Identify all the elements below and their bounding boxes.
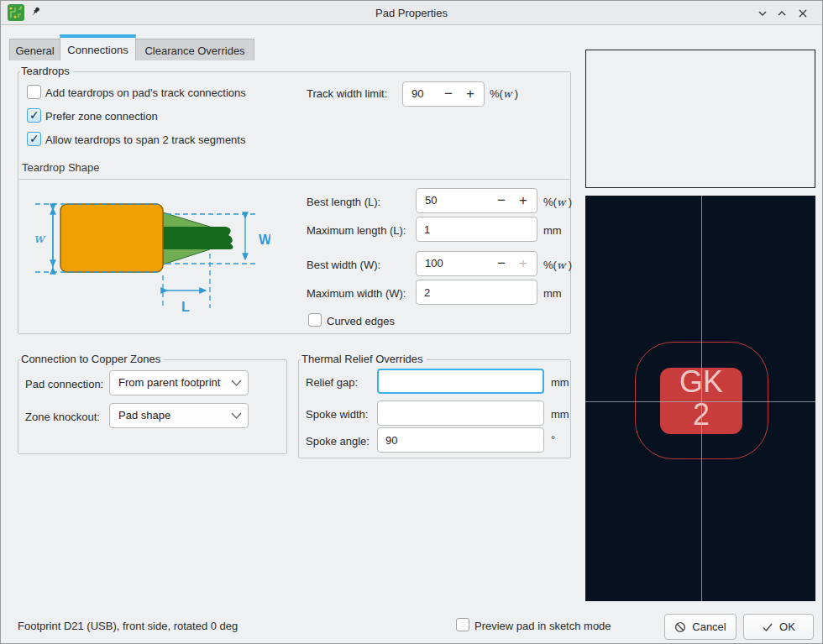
relief-gap-input[interactable] xyxy=(379,370,543,392)
curved-edges-checkbox[interactable] xyxy=(308,313,322,327)
maximum-length-unit: mm xyxy=(543,224,562,237)
curved-edges-label: Curved edges xyxy=(327,315,395,327)
ok-button[interactable]: OK xyxy=(743,614,814,640)
no-entry-icon xyxy=(674,621,686,633)
teardrop-shape-diagram: w W L xyxy=(27,193,270,319)
best-length-value: 50 xyxy=(425,194,437,207)
track-width-limit-value: 90 xyxy=(412,87,423,100)
zone-knockout-value: Pad shape xyxy=(118,409,170,421)
cancel-button[interactable]: Cancel xyxy=(664,614,737,640)
track-width-limit-increment-button[interactable]: + xyxy=(462,85,479,103)
svg-text:L: L xyxy=(181,300,190,314)
teardrop-shape-divider xyxy=(19,179,570,180)
maximum-width-input[interactable] xyxy=(417,280,537,304)
spoke-width-unit: mm xyxy=(551,408,569,421)
thermal-relief-group-label: Thermal Relief Overrides xyxy=(301,353,427,365)
maximum-length-input[interactable] xyxy=(417,217,537,241)
tab-general[interactable]: General xyxy=(9,39,60,60)
relief-gap-label: Relief gap: xyxy=(306,376,358,389)
crosshair-horizontal xyxy=(585,401,815,402)
tab-connections-label: Connections xyxy=(67,44,128,56)
best-length-unit: %(w ) xyxy=(543,196,572,208)
prefer-zone-connection-label: Prefer zone connection xyxy=(45,110,158,123)
teardrops-group: Teardrops Add teardrops on pad's track c… xyxy=(18,71,571,334)
maximum-width-label: Maximum width (W): xyxy=(307,287,406,300)
spoke-angle-field[interactable] xyxy=(377,427,544,453)
ok-button-label: OK xyxy=(779,620,795,633)
teardrops-group-label: Teardrops xyxy=(20,65,73,77)
spoke-width-field[interactable] xyxy=(377,401,544,426)
track-width-limit-label: Track width limit: xyxy=(307,87,387,100)
span-two-segments-label: Allow teardrops to span 2 track segments xyxy=(45,134,245,146)
track-width-limit-decrement-button[interactable]: − xyxy=(440,85,457,103)
tab-clearance-label: Clearance Overrides xyxy=(144,45,244,57)
tab-clearance-overrides[interactable]: Clearance Overrides xyxy=(135,39,254,60)
best-width-label: Best width (W): xyxy=(307,259,380,271)
pad-info-panel xyxy=(585,50,815,188)
best-length-spinner[interactable]: 50 − + xyxy=(416,188,537,213)
pad-connection-label: Pad connection: xyxy=(25,378,103,390)
copper-zones-group: Connection to Copper Zones Pad connectio… xyxy=(18,359,287,454)
relief-gap-field[interactable] xyxy=(377,369,544,394)
track-width-limit-spinner[interactable]: 90 − + xyxy=(402,81,485,107)
zone-knockout-label: Zone knockout: xyxy=(25,411,100,423)
best-width-decrement-button[interactable]: − xyxy=(493,254,510,273)
teardrop-shape-label: Teardrop Shape xyxy=(22,161,100,174)
tab-general-label: General xyxy=(15,45,54,57)
relief-gap-unit: mm xyxy=(551,376,569,389)
chevron-down-icon xyxy=(231,411,242,420)
best-length-label: Best length (L): xyxy=(307,196,380,208)
chevron-down-icon xyxy=(231,379,242,387)
pad-connection-value: From parent footprint xyxy=(118,376,220,389)
best-width-increment-button[interactable]: + xyxy=(515,254,532,273)
thermal-relief-group: Thermal Relief Overrides Relief gap: mm … xyxy=(298,359,571,458)
window-title: Pad Properties xyxy=(1,7,822,19)
spoke-angle-label: Spoke angle: xyxy=(306,435,370,448)
spoke-width-input[interactable] xyxy=(378,401,543,425)
sketch-mode-label: Preview pad in sketch mode xyxy=(474,620,611,632)
best-length-decrement-button[interactable]: − xyxy=(493,191,510,210)
copper-zones-group-label: Connection to Copper Zones xyxy=(20,353,164,365)
span-two-segments-checkbox[interactable] xyxy=(27,132,41,146)
maximum-length-field[interactable] xyxy=(416,217,537,242)
zone-knockout-dropdown[interactable]: Pad shape xyxy=(109,403,249,428)
pad-properties-dialog: Pad Properties General Connections Clear… xyxy=(0,0,823,644)
svg-text:w: w xyxy=(34,231,46,246)
title-bar: Pad Properties xyxy=(1,1,822,25)
tab-connections[interactable]: Connections xyxy=(60,34,136,60)
crosshair-vertical xyxy=(701,196,702,601)
svg-text:W: W xyxy=(259,233,270,247)
best-width-value: 100 xyxy=(425,257,443,270)
maximum-width-unit: mm xyxy=(543,287,562,300)
add-teardrops-label: Add teardrops on pad's track connections xyxy=(45,86,246,99)
window-unshade-icon[interactable] xyxy=(774,7,789,20)
window-shade-icon[interactable] xyxy=(755,7,770,20)
pad-connection-dropdown[interactable]: From parent footprint xyxy=(109,370,249,395)
sketch-mode-checkbox[interactable] xyxy=(456,618,469,631)
check-icon xyxy=(762,622,773,632)
best-length-increment-button[interactable]: + xyxy=(515,191,532,210)
cancel-button-label: Cancel xyxy=(692,620,726,633)
track-width-limit-unit: %(w ) xyxy=(490,87,518,100)
prefer-zone-connection-checkbox[interactable] xyxy=(27,108,41,123)
footprint-status-text: Footprint D21 (USB), front side, rotated… xyxy=(18,620,238,632)
spoke-width-label: Spoke width: xyxy=(306,408,368,421)
best-width-spinner[interactable]: 100 − + xyxy=(416,251,537,276)
add-teardrops-checkbox[interactable] xyxy=(27,85,41,99)
maximum-length-label: Maximum length (L): xyxy=(307,224,406,237)
pad-preview-canvas[interactable]: GK 2 xyxy=(585,196,815,601)
best-width-unit: %(w ) xyxy=(543,259,572,271)
spoke-angle-unit: ° xyxy=(551,433,555,446)
maximum-width-field[interactable] xyxy=(416,280,537,305)
spoke-angle-input[interactable] xyxy=(378,428,543,452)
window-close-icon[interactable] xyxy=(795,7,810,20)
